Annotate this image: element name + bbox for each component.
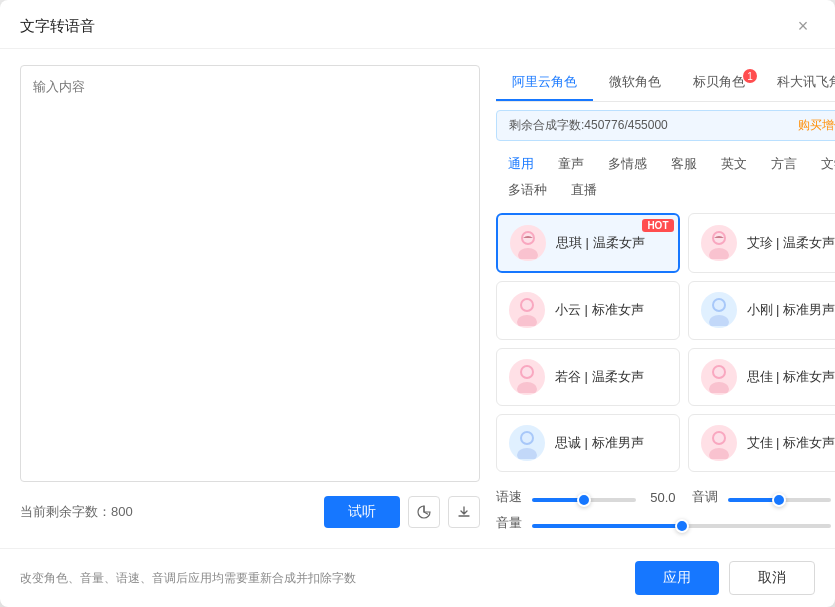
speed-slider-wrap: [532, 490, 636, 505]
cat-tab-live[interactable]: 直播: [559, 177, 609, 203]
svg-point-11: [714, 300, 724, 310]
voice-avatar-siqin: [510, 225, 546, 261]
cat-tab-literature[interactable]: 文学: [809, 151, 835, 177]
svg-point-19: [517, 448, 537, 459]
voice-card-xiaoyun[interactable]: 小云 | 标准女声: [496, 281, 680, 339]
svg-point-20: [522, 433, 532, 443]
svg-point-17: [714, 367, 724, 377]
svg-point-7: [517, 315, 537, 326]
voice-card-aizhen[interactable]: 艾珍 | 温柔女声 HOT: [688, 213, 836, 273]
voice-name-sijia: 思佳 | 标准女声: [747, 368, 836, 386]
dialog-title: 文字转语音: [20, 17, 95, 36]
cat-tab-multilingual[interactable]: 多语种: [496, 177, 559, 203]
cat-tab-child[interactable]: 童声: [546, 151, 596, 177]
pitch-slider-row: 音调 50.0: [692, 488, 836, 506]
cat-tab-english[interactable]: 英文: [709, 151, 759, 177]
provider-tab-microsoft[interactable]: 微软角色: [593, 65, 677, 101]
svg-point-4: [709, 248, 729, 259]
left-actions: 试听: [324, 496, 480, 528]
voice-card-sicheng[interactable]: 思诚 | 标准男声: [496, 414, 680, 472]
svg-point-23: [714, 433, 724, 443]
footer-actions: 应用 取消: [635, 561, 815, 595]
volume-slider-row: 音量 50.0: [496, 514, 835, 532]
volume-label: 音量: [496, 514, 524, 532]
provider-tabs: 阿里云角色 微软角色 标贝角色 1 科大讯飞角色: [496, 65, 835, 102]
svg-point-16: [709, 382, 729, 393]
download-button[interactable]: [448, 496, 480, 528]
preview-button[interactable]: 试听: [324, 496, 400, 528]
history-button[interactable]: [408, 496, 440, 528]
voice-name-aizhen: 艾珍 | 温柔女声: [747, 234, 836, 252]
provider-tab-xunfei[interactable]: 科大讯飞角色: [761, 65, 835, 101]
svg-point-8: [522, 300, 532, 310]
category-tabs: 通用 童声 多情感 客服 英文 方言 文学 多语种 直播: [496, 151, 835, 203]
cat-tab-general[interactable]: 通用: [496, 151, 546, 177]
voice-avatar-aijia: [701, 425, 737, 461]
close-button[interactable]: ×: [791, 14, 815, 38]
voice-card-aijia[interactable]: 艾佳 | 标准女声: [688, 414, 836, 472]
speed-slider-row: 语速 50.0: [496, 488, 676, 506]
pitch-label: 音调: [692, 488, 720, 506]
svg-point-1: [518, 248, 538, 259]
dialog-header: 文字转语音 ×: [0, 0, 835, 49]
speed-label: 语速: [496, 488, 524, 506]
volume-slider[interactable]: [532, 524, 831, 528]
voice-card-ruogu[interactable]: 若谷 | 温柔女声: [496, 348, 680, 406]
left-bottom-bar: 当前剩余字数：800 试听: [20, 492, 480, 532]
volume-slider-wrap: [532, 516, 831, 531]
cancel-button[interactable]: 取消: [729, 561, 815, 595]
speed-value: 50.0: [644, 490, 676, 505]
voice-avatar-xiaoyun: [509, 292, 545, 328]
provider-tab-aliyun[interactable]: 阿里云角色: [496, 65, 593, 101]
text-input[interactable]: [20, 65, 480, 482]
voice-name-aijia: 艾佳 | 标准女声: [747, 434, 836, 452]
char-count-label: 当前剩余字数：800: [20, 503, 133, 521]
cat-tab-service[interactable]: 客服: [659, 151, 709, 177]
dialog: 文字转语音 × 当前剩余字数：800 试听: [0, 0, 835, 607]
hot-badge-siqin: HOT: [642, 219, 673, 232]
voice-avatar-xiaogang: [701, 292, 737, 328]
voice-avatar-sicheng: [509, 425, 545, 461]
pitch-slider-wrap: [728, 490, 832, 505]
voice-name-sicheng: 思诚 | 标准男声: [555, 434, 644, 452]
voice-name-ruogu: 若谷 | 温柔女声: [555, 368, 644, 386]
voice-name-xiaoyun: 小云 | 标准女声: [555, 301, 644, 319]
voice-avatar-ruogu: [509, 359, 545, 395]
buy-link[interactable]: 购买增值包: [798, 117, 835, 134]
left-panel: 当前剩余字数：800 试听: [20, 65, 480, 532]
info-text: 剩余合成字数:450776/455000: [509, 117, 668, 134]
voice-card-siqin[interactable]: 思琪 | 温柔女声 HOT: [496, 213, 680, 273]
right-panel: 阿里云角色 微软角色 标贝角色 1 科大讯飞角色 剩余合成字数:450776/4…: [496, 65, 835, 532]
voice-grid: 思琪 | 温柔女声 HOT 艾珍 | 温柔女声 HOT 小云 | 标准女声: [496, 213, 835, 472]
voice-name-siqin: 思琪 | 温柔女声: [556, 234, 645, 252]
voice-name-xiaogang: 小刚 | 标准男声: [747, 301, 836, 319]
svg-point-10: [709, 315, 729, 326]
dialog-footer: 改变角色、音量、语速、音调后应用均需要重新合成并扣除字数 应用 取消: [0, 548, 835, 607]
svg-point-22: [709, 448, 729, 459]
dialog-body: 当前剩余字数：800 试听: [0, 49, 835, 548]
apply-button[interactable]: 应用: [635, 561, 719, 595]
voice-card-xiaogang[interactable]: 小刚 | 标准男声: [688, 281, 836, 339]
svg-point-14: [522, 367, 532, 377]
cat-tab-emotion[interactable]: 多情感: [596, 151, 659, 177]
speed-slider[interactable]: [532, 498, 636, 502]
footer-hint: 改变角色、音量、语速、音调后应用均需要重新合成并扣除字数: [20, 570, 356, 587]
svg-point-13: [517, 382, 537, 393]
sliders-section: 语速 50.0 音调 50.0 音量: [496, 488, 835, 532]
pitch-slider[interactable]: [728, 498, 832, 502]
voice-avatar-aizhen: [701, 225, 737, 261]
biaobeiyun-badge: 1: [743, 69, 757, 83]
info-bar: 剩余合成字数:450776/455000 购买增值包: [496, 110, 835, 141]
cat-tab-dialect[interactable]: 方言: [759, 151, 809, 177]
provider-tab-biaobeiyun[interactable]: 标贝角色 1: [677, 65, 761, 101]
voice-card-sijia[interactable]: 思佳 | 标准女声: [688, 348, 836, 406]
voice-avatar-sijia: [701, 359, 737, 395]
